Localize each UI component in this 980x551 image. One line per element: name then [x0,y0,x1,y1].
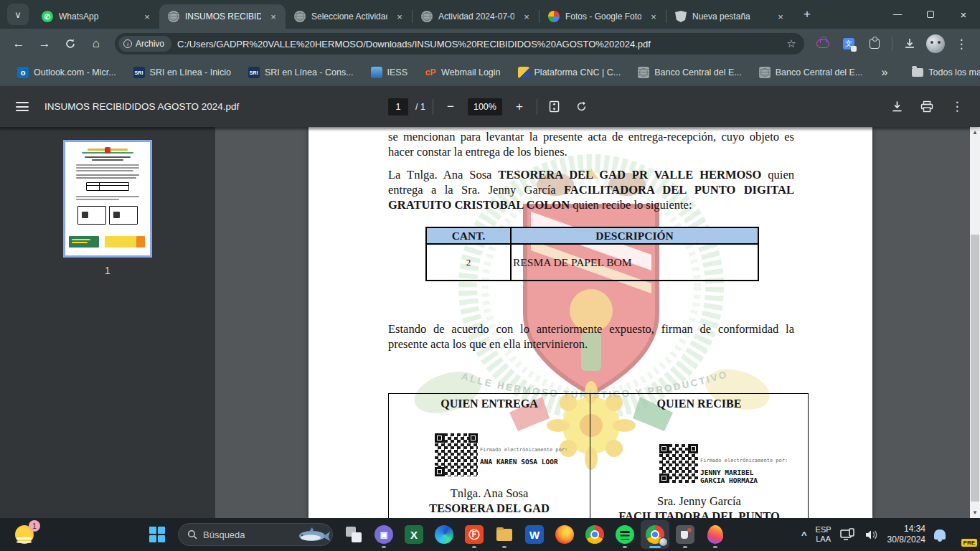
taskbar-app-edge[interactable] [430,520,458,549]
bookmark-iess[interactable]: IESS [364,63,415,82]
pdf-print-button[interactable] [917,97,937,117]
tab-whatsapp[interactable]: ✆ WhatsApp × [33,4,159,29]
taskbar-app-chrome[interactable] [580,520,609,549]
bookmark-banco-central-1[interactable]: Banco Central del E... [631,63,749,82]
file-explorer-icon [495,525,514,544]
tab-search-button[interactable]: ∨ [7,4,29,25]
tab-close-icon[interactable]: × [393,10,406,23]
translate-button[interactable]: 文 [837,32,860,55]
rotate-button[interactable] [572,97,592,117]
bookmark-label: Plataforma CNC | C... [534,67,621,77]
page-count-label: / 1 [415,102,425,112]
zoom-out-button[interactable]: − [440,97,461,117]
taskbar-app-video-chat[interactable]: ▣ [369,520,398,549]
scroll-up-arrow[interactable]: ▲ [970,127,980,138]
tab-seleccione-actividad[interactable]: Seleccione Actividad × [286,4,412,29]
tab-google-fotos[interactable]: Fotos - Google Fotos × [540,4,666,29]
home-button[interactable]: ⌂ [85,32,108,55]
extension-cloud-button[interactable] [811,32,834,55]
reload-button[interactable] [59,32,82,55]
copilot-button[interactable]: PRE [954,525,973,544]
zoom-in-button[interactable]: + [509,97,529,117]
notifications-bell-icon[interactable] [934,529,946,540]
bookmark-banco-central-2[interactable]: Banco Central del E... [752,63,870,82]
search-input[interactable] [203,529,282,540]
widgets-button[interactable]: 1 [10,523,39,546]
back-button[interactable]: ← [7,32,30,55]
restore-button[interactable] [914,0,947,29]
tray-expand-button[interactable]: ^ [801,529,807,540]
taskbar-app-spotify[interactable] [611,520,639,549]
fit-page-button[interactable] [545,97,565,117]
tab-insumos-pdf[interactable]: INSUMOS RECIBIDID × [159,4,286,29]
url-text[interactable]: C:/Users/GADPR%20VALLE%20HERMOSO/Downloa… [177,39,783,50]
zoom-level-input[interactable]: 100% [468,98,502,116]
scroll-down-arrow[interactable]: ▼ [970,507,980,518]
taskbar-app-excel[interactable]: X [400,520,428,549]
start-button[interactable] [143,520,171,549]
minimize-button[interactable]: — [881,0,914,29]
language-indicator[interactable]: ESP LAA [816,525,831,544]
text-run: quien recibe lo siguiente: [570,198,692,212]
downloads-button[interactable] [898,32,921,55]
bookmarks-overflow-button[interactable]: » [875,66,893,79]
browser-menu-button[interactable]: ⋮ [950,32,973,55]
extensions-button[interactable] [863,32,886,55]
taskbar-app-foxit-pdf[interactable]: Ⓕ [460,520,489,549]
tab-close-icon[interactable]: × [267,10,280,23]
spotify-icon [616,525,634,544]
page-number-input[interactable]: 1 [388,98,408,116]
pdf-print-icon [920,100,933,113]
taskbar-app-chrome-active[interactable] [641,520,669,549]
screen: ∨ ✆ WhatsApp × INSUMOS RECIBIDID × Selec… [0,0,980,551]
firefox-icon [555,525,574,544]
forward-button[interactable]: → [33,32,56,55]
clock[interactable]: 14:34 30/8/2024 [887,524,925,545]
taskbar-app-paint[interactable] [701,520,730,549]
bookmark-outlook[interactable]: o Outlook.com - Micr... [10,63,123,82]
info-icon: i [123,39,132,48]
word-icon: W [525,525,544,544]
pdf-download-icon [891,100,903,113]
bookmark-sri-inicio[interactable]: SRI SRI en Línea - Inicio [126,63,238,82]
taskbar-search[interactable] [178,523,333,546]
tab-nueva-pestana[interactable]: Nueva pestaña × [666,4,793,29]
page-thumbnail[interactable] [63,140,152,258]
edge-icon [435,525,453,544]
whatsapp-icon: ✆ [42,11,53,22]
volume-icon[interactable] [864,529,879,541]
taskbar-app-firefox[interactable] [550,520,579,549]
all-bookmarks-button[interactable]: Todos los marcadores [905,64,980,81]
pdf-menu-button[interactable] [16,102,29,111]
bookmark-webmail[interactable]: cP Webmail Login [418,63,507,82]
address-bar[interactable]: i Archivo C:/Users/GADPR%20VALLE%20HERMO… [115,33,804,55]
scrollbar-thumb[interactable] [971,235,979,501]
close-window-button[interactable]: × [947,0,980,29]
taskbar-app-file-explorer[interactable] [490,520,519,549]
pdf-download-button[interactable] [887,97,907,117]
tab-close-icon[interactable]: × [647,10,660,23]
bookmark-sri-consultas[interactable]: SRI SRI en Línea - Cons... [241,63,361,82]
bookmark-cnc[interactable]: Plataforma CNC | C... [511,63,628,82]
taskbar-app-java[interactable] [671,520,699,549]
tab-close-icon[interactable]: × [141,10,154,23]
pdf-menu-more-button[interactable]: ⋮ [947,97,967,117]
tab-actividad[interactable]: Actividad 2024-07-05 × [413,4,539,29]
vertical-scrollbar[interactable]: ▲ ▼ [970,127,980,518]
new-tab-button[interactable]: + [797,4,817,24]
language-code: ESP [816,525,831,534]
signature-header-entrega: QUIEN ENTREGA [389,396,590,411]
search-highlight-image [295,524,332,545]
tab-close-icon[interactable]: × [520,10,533,23]
bookmark-star-icon[interactable]: ☆ [783,35,800,52]
cnc-icon [518,67,529,78]
text-run: La Tnlga. Ana Sosa [388,168,498,182]
file-scheme-chip[interactable]: i Archivo [118,36,171,52]
taskbar-app-word[interactable]: W [520,520,549,549]
cast-devices-icon[interactable] [840,528,856,541]
task-view-button[interactable] [339,520,368,549]
restore-icon [927,11,934,18]
pdf-filename: INSUMOS RECIBIDIDOS AGOSTO 2024.pdf [44,101,239,112]
tab-close-icon[interactable]: × [774,10,787,23]
profile-button[interactable] [924,32,947,55]
